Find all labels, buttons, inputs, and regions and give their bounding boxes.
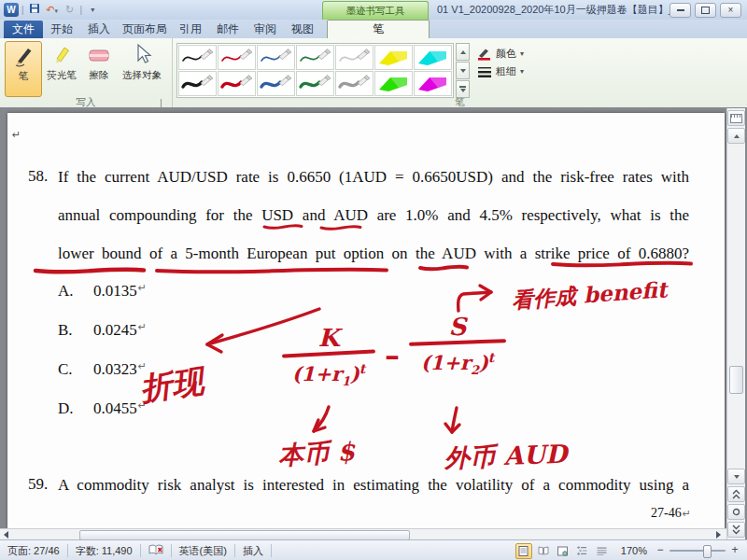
paragraph-mark: ↵ [12, 129, 21, 141]
ribbon-tab-row: 文件 开始 插入 页面布局 引用 邮件 审阅 视图 笔 [0, 20, 747, 38]
status-word-count[interactable]: 字数: 11,490 [68, 544, 140, 558]
scroll-down-button[interactable] [727, 469, 745, 484]
pen-style-swatch[interactable] [257, 71, 295, 96]
title-bar: W | ↶▾ ↻ | ▾ 墨迹书写工具 01 V1_20200928_2020年… [0, 0, 747, 21]
gallery-scroll-controls [456, 43, 470, 99]
scroll-right-icon[interactable] [716, 531, 721, 539]
view-draft-button[interactable] [594, 543, 611, 559]
word-logo-icon[interactable]: W [4, 3, 19, 17]
tab-view[interactable]: 视图 [284, 21, 321, 38]
option-c-value: 0.0323 [93, 360, 137, 379]
undo-button[interactable]: ↶▾ [45, 3, 60, 17]
question58-line1: If the current AUD/USD rate is 0.6650 (1… [58, 167, 689, 187]
pen-style-swatch[interactable] [335, 45, 374, 70]
minimize-button[interactable] [669, 3, 691, 18]
tab-references[interactable]: 引用 [172, 21, 209, 38]
close-button[interactable]: × [720, 3, 741, 18]
cursor-arrow-icon [132, 43, 152, 67]
page-number: 27-46 [651, 506, 682, 520]
option-d-label: D. [58, 399, 93, 418]
option-c-row: C. 0.0323 ↵ [58, 360, 147, 379]
pen-color-label: 颜色 [496, 47, 516, 61]
select-browse-object-button[interactable] [727, 504, 745, 520]
proofing-status-icon[interactable] [141, 544, 171, 558]
pen-style-swatch[interactable] [218, 45, 256, 70]
pen-icon [12, 44, 35, 68]
select-objects-button[interactable]: 选择对象 [119, 41, 165, 95]
pen-style-swatch[interactable] [296, 45, 334, 70]
zoom-slider-track[interactable] [669, 550, 726, 552]
scrollbar-thumb[interactable] [729, 366, 743, 394]
pen-style-swatch[interactable] [257, 45, 295, 70]
highlighter-tool-label: 荧光笔 [47, 69, 77, 82]
pen-style-swatch[interactable] [335, 71, 374, 96]
view-print-layout-button[interactable] [515, 543, 532, 559]
status-page-count[interactable]: 页面: 27/46 [0, 544, 67, 558]
zoom-level[interactable]: 170% [621, 545, 647, 556]
tab-insert[interactable]: 插入 [80, 21, 118, 38]
pen-style-swatch[interactable] [296, 71, 334, 96]
pen-style-swatch[interactable] [218, 71, 256, 96]
tab-start[interactable]: 开始 [43, 21, 80, 38]
paragraph-mark: ↵ [138, 282, 147, 301]
scrollbar-track[interactable] [727, 144, 745, 467]
pen-tool-button[interactable]: 笔 [5, 41, 42, 97]
tab-mailings[interactable]: 邮件 [209, 21, 247, 38]
scroll-left-icon[interactable] [4, 531, 8, 539]
next-page-button[interactable] [727, 522, 745, 538]
ruler-toggle-button[interactable] [727, 110, 745, 126]
save-icon[interactable] [27, 3, 42, 17]
gallery-scroll-up-button[interactable] [456, 43, 470, 61]
highlighter-icon [50, 43, 73, 67]
tab-review[interactable]: 审阅 [247, 21, 284, 38]
highlighter-style-swatch[interactable] [414, 71, 452, 96]
option-c-label: C. [58, 360, 93, 379]
tab-page-layout[interactable]: 页面布局 [118, 21, 172, 38]
paragraph-mark: ↵ [138, 360, 147, 379]
highlighter-style-swatch[interactable] [414, 45, 452, 70]
zoom-out-button[interactable]: − [654, 544, 667, 557]
vertical-scrollbar[interactable] [726, 108, 745, 539]
customize-qat-button[interactable]: ▾ [85, 3, 100, 17]
redo-button[interactable]: ↻ [63, 3, 78, 17]
highlighter-style-swatch[interactable] [374, 45, 413, 70]
view-outline-button[interactable] [574, 543, 591, 559]
tab-file[interactable]: 文件 [4, 21, 43, 38]
scroll-up-button[interactable] [727, 128, 745, 144]
restore-button[interactable] [695, 3, 716, 18]
option-a-label: A. [58, 282, 93, 301]
paragraph-mark: ↵ [138, 321, 147, 340]
option-a-row: A. 0.0135 ↵ [58, 282, 147, 301]
option-a-value: 0.0135 [93, 282, 137, 301]
ribbon: 笔 荧光笔 擦除 选择对象 写入 [0, 38, 747, 108]
highlighter-tool-button[interactable]: 荧光笔 [44, 41, 79, 95]
pen-style-swatch[interactable] [178, 71, 217, 96]
status-insert-mode[interactable]: 插入 [235, 544, 271, 558]
question58-line3: lower bound of a 5-month European put op… [58, 244, 689, 263]
previous-page-button[interactable] [727, 486, 745, 502]
view-web-layout-button[interactable] [555, 543, 571, 559]
tab-pen[interactable]: 笔 [327, 20, 430, 38]
pen-color-button[interactable]: 颜色▾ [477, 47, 524, 61]
pen-style-swatch[interactable] [178, 45, 217, 70]
gallery-scroll-down-button[interactable] [456, 62, 470, 79]
eraser-tool-button[interactable]: 擦除 [81, 41, 117, 95]
status-language[interactable]: 英语(美国) [172, 544, 234, 558]
qat-separator: | [21, 5, 24, 15]
question59-line1: A commodity risk analyst is interested i… [58, 475, 689, 495]
zoom-in-button[interactable]: + [728, 544, 741, 557]
thickness-icon [477, 66, 492, 77]
ribbon-group-pen: 颜色▾ 粗细▾ 笔 [173, 38, 747, 110]
view-fullscreen-reading-button[interactable] [535, 543, 552, 559]
pen-style-gallery [176, 43, 454, 98]
question59-number: 59. [28, 475, 48, 494]
pen-thickness-button[interactable]: 粗细▾ [477, 64, 524, 78]
browse-object-icon [732, 508, 740, 516]
highlighter-style-swatch[interactable] [374, 71, 413, 96]
option-d-value: 0.0455 [93, 399, 137, 418]
pen-tool-label: 笔 [19, 70, 29, 83]
window-controls: × [669, 3, 741, 18]
word-window: W | ↶▾ ↻ | ▾ 墨迹书写工具 01 V1_20200928_2020年… [0, 0, 747, 560]
zoom-slider-thumb[interactable] [703, 545, 712, 558]
status-bar: 页面: 27/46 字数: 11,490 英语(美国) 插入 [0, 539, 747, 560]
